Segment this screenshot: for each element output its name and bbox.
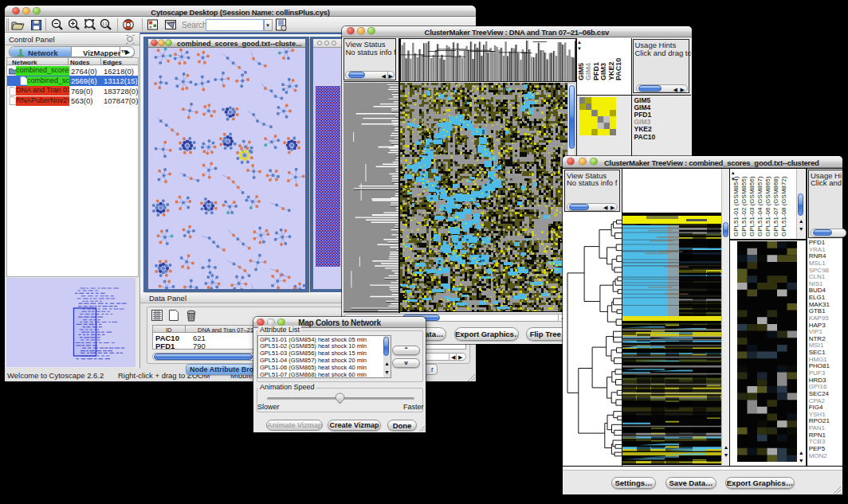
svg-text:1:1: 1:1	[102, 22, 108, 26]
